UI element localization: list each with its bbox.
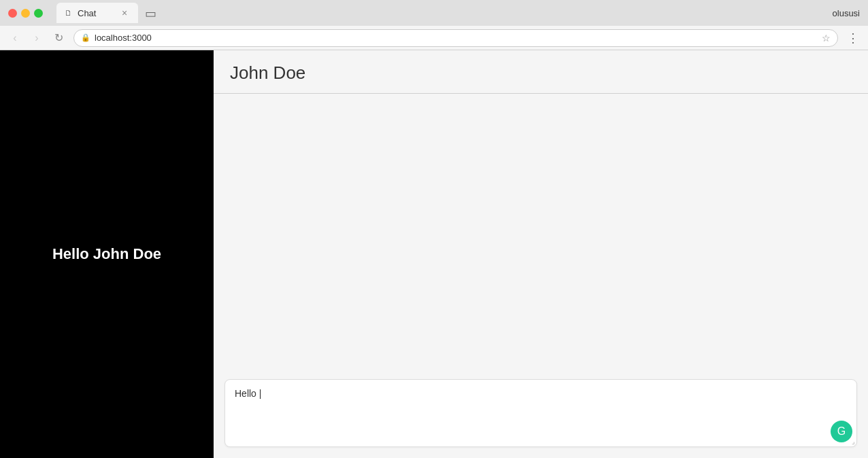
lock-icon: 🔒	[81, 33, 90, 42]
maximize-traffic-light[interactable]	[34, 9, 43, 18]
send-icon: G	[837, 425, 846, 438]
address-bar[interactable]: 🔒 localhost:3000 ☆	[73, 29, 838, 47]
nav-bar: ‹ › ↻ 🔒 localhost:3000 ☆ ⋮	[0, 26, 868, 50]
tab-bar: 🗋 Chat × ▭	[56, 3, 833, 23]
tab-label: Chat	[78, 8, 114, 18]
address-text: localhost:3000	[95, 33, 818, 43]
chat-messages-area	[214, 94, 868, 371]
back-icon: ‹	[13, 32, 16, 44]
main-content: John Doe Hello | G ⌟	[214, 50, 868, 458]
chat-input-box: Hello | G ⌟	[224, 379, 857, 447]
tab-page-icon: 🗋	[65, 9, 72, 17]
new-tab-button[interactable]: ▭	[141, 4, 160, 23]
close-traffic-light[interactable]	[8, 9, 17, 18]
tab-close-button[interactable]: ×	[119, 7, 130, 18]
traffic-lights	[8, 9, 43, 18]
refresh-icon: ↻	[54, 31, 63, 44]
bookmark-icon[interactable]: ☆	[822, 33, 831, 43]
chat-header: John Doe	[214, 50, 868, 94]
app-container: Hello John Doe John Doe Hello | G ⌟	[0, 50, 868, 458]
menu-icon: ⋮	[847, 31, 859, 46]
send-button[interactable]: G	[831, 421, 852, 442]
forward-icon: ›	[35, 32, 38, 44]
title-bar: 🗋 Chat × ▭ olususi	[0, 0, 868, 26]
active-tab[interactable]: 🗋 Chat ×	[56, 3, 138, 23]
back-button[interactable]: ‹	[5, 29, 24, 48]
sidebar-greeting: Hello John Doe	[52, 245, 161, 263]
new-tab-icon: ▭	[145, 6, 156, 21]
forward-button[interactable]: ›	[27, 29, 46, 48]
browser-menu-button[interactable]: ⋮	[844, 29, 863, 48]
chat-input-area: Hello | G ⌟	[214, 371, 868, 458]
sidebar: Hello John Doe	[0, 50, 214, 458]
chat-contact-name: John Doe	[230, 63, 852, 84]
minimize-traffic-light[interactable]	[21, 9, 30, 18]
resize-handle[interactable]: ⌟	[852, 438, 855, 445]
refresh-button[interactable]: ↻	[49, 29, 68, 48]
chat-input-field[interactable]: Hello |	[235, 388, 847, 429]
user-label: olususi	[833, 8, 860, 18]
browser-chrome: 🗋 Chat × ▭ olususi ‹ › ↻ 🔒 localhost:300…	[0, 0, 868, 50]
